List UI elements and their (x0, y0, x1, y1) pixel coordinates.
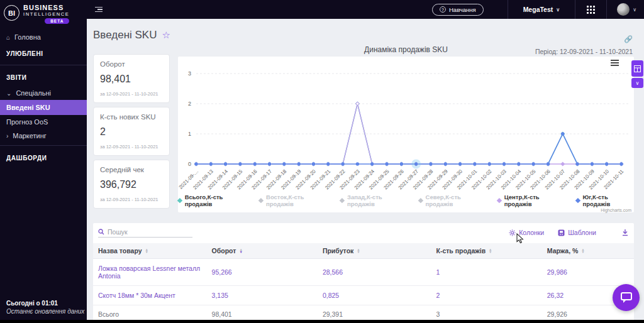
sidebar-item-label: Прогноз OoS (6, 118, 48, 126)
sidebar-item-special[interactable]: ⌄ Спеціальні (0, 86, 87, 100)
training-label: Навчання (449, 6, 476, 13)
legend-marker-icon (575, 198, 580, 203)
sort-icon: ▲▼ (145, 248, 148, 253)
legend-label: Юг,К-сть продажів (583, 194, 634, 207)
cell-product-name[interactable]: Ложка поварская Lessner металл Antonia (93, 259, 207, 286)
refresh-caption: Останнє оновлення даних (6, 308, 84, 315)
column-label: Маржа, % (547, 247, 579, 255)
column-header-sales-count[interactable]: К-сть продажів▲▼ (431, 243, 541, 259)
brand-logo: BI BUSINESS INTELLIGENCE BETA (0, 0, 87, 25)
legend-label: Восток,К-сть продажів (266, 194, 329, 207)
svg-text:1: 1 (188, 131, 191, 137)
legend-item[interactable]: Центр,К-сть продажів (497, 194, 565, 207)
share-link-icon[interactable]: 🔗 (624, 35, 633, 43)
table-row[interactable]: Ложка поварская Lessner металл Antonia 9… (93, 259, 634, 286)
chart-legend: Всього,К-сть продажівВосток,К-сть продаж… (178, 194, 634, 207)
chevron-down-icon: ∨ (636, 80, 640, 86)
sku-table: Назва товару▲▼ Оборот▲▼ Прибуток▲▼ К-сть… (93, 243, 634, 323)
column-label: К-сть продажів (436, 247, 486, 255)
legend-label: Север,К-сть продажів (426, 194, 487, 207)
legend-item[interactable]: Восток,К-сть продажів (259, 194, 329, 207)
cell-margin: 29,986 (542, 259, 634, 286)
legend-label: Запад,К-сть продажів (347, 194, 408, 207)
column-header-name[interactable]: Назва товару▲▼ (93, 243, 207, 259)
sidebar-item-marketing[interactable]: › Маркетинг (0, 129, 87, 143)
apps-grid-icon[interactable] (575, 6, 606, 14)
page-content: Введені SKU ☆ 🔗 Період: 12-09-2021 - 11-… (87, 19, 644, 323)
user-menu[interactable]: ∨ (607, 3, 644, 16)
training-button[interactable]: ? Навчання (432, 4, 484, 16)
legend-item[interactable]: Север,К-сть продажів (419, 194, 486, 207)
table-icon (634, 65, 641, 72)
sidebar-section-reports[interactable]: ЗВІТИ (0, 68, 87, 86)
legend-marker-icon (418, 198, 423, 203)
download-icon (621, 229, 629, 236)
avatar (617, 3, 630, 16)
cell-product-name[interactable]: Скотч 18мм * 30м Акцент (93, 286, 207, 305)
bottom-strip (0, 320, 644, 323)
chat-bubble-icon (619, 292, 633, 304)
chart-table-view-button[interactable] (631, 60, 643, 77)
gear-icon (509, 229, 516, 236)
sidebar-collapse-icon[interactable] (95, 7, 103, 13)
sidebar-section-favorites[interactable]: УЛЮБЛЕНІ (0, 44, 87, 62)
kpi-caption: за 12-09-2021 - 11-10-2021 (100, 197, 163, 202)
chart-context-menu-icon[interactable] (611, 60, 619, 66)
legend-item[interactable]: Всього,К-сть продажів (178, 194, 248, 207)
divider (0, 65, 87, 65)
bi-logo-icon: BI (4, 5, 19, 21)
app-window: BI BUSINESS INTELLIGENCE BETA ⌂ Головна … (0, 0, 644, 320)
chat-widget-button[interactable] (613, 284, 640, 311)
column-label: Назва товару (98, 247, 142, 255)
account-dropdown[interactable]: MegaTest ∨ (508, 6, 575, 13)
cell-sales-count: 2 (431, 286, 541, 305)
sort-icon: ▲▼ (489, 248, 492, 253)
account-name: MegaTest (523, 6, 553, 13)
cell-sales-count: 1 (431, 259, 541, 286)
column-header-turnover[interactable]: Оборот▲▼ (207, 243, 318, 259)
sidebar: BI BUSINESS INTELLIGENCE BETA ⌂ Головна … (0, 0, 87, 320)
legend-marker-icon (258, 198, 264, 203)
search-input[interactable] (108, 228, 183, 236)
templates-label: Шаблони (568, 229, 596, 236)
kpi-title: К-сть нових SKU (100, 113, 163, 121)
brand-line2: INTELLIGENCE (23, 11, 69, 17)
kpi-value: 98,401 (100, 74, 163, 85)
download-button[interactable] (621, 229, 629, 236)
columns-button[interactable]: Колонки (509, 229, 544, 236)
sort-icon-active: ▲▼ (239, 248, 242, 253)
chevron-down-icon: ⌄ (6, 90, 11, 97)
sidebar-item-label: Введені SKU (6, 104, 50, 111)
chevron-down-icon: ∨ (556, 7, 560, 13)
kpi-title: Оборот (100, 60, 163, 68)
legend-label: Всього,К-сть продажів (185, 194, 248, 207)
highcharts-credit[interactable]: Highcharts.com (601, 208, 631, 212)
kpi-value: 2 (100, 126, 163, 138)
divider (0, 145, 87, 146)
column-header-profit[interactable]: Прибуток▲▼ (318, 243, 431, 259)
chart-collapse-button[interactable]: ∨ (631, 78, 643, 88)
legend-marker-icon (340, 198, 345, 203)
sidebar-item-home[interactable]: ⌂ Головна (0, 30, 87, 44)
legend-item[interactable]: Запад,К-сть продажів (340, 194, 408, 207)
legend-item[interactable]: Юг,К-сть продажів (576, 194, 634, 207)
sku-dynamics-chart[interactable]: 01232021-09-…2021-09-132021-09-142021-09… (178, 57, 631, 197)
column-header-margin[interactable]: Маржа, %▲▼ (542, 243, 634, 259)
columns-label: Колонки (519, 229, 544, 236)
kpi-card-avg-check: Середній чек 396,792 за 12-09-2021 - 11-… (93, 160, 170, 209)
page-title: Введені SKU (93, 29, 157, 41)
table-row[interactable]: Скотч 18мм * 30м Акцент 3,135 0,825 2 26… (93, 286, 634, 305)
chevron-down-icon: ∨ (633, 7, 636, 13)
sidebar-item-entered-sku[interactable]: Введені SKU (0, 100, 87, 115)
sidebar-item-oos-forecast[interactable]: Прогноз OoS (0, 115, 87, 129)
templates-button[interactable]: Шаблони (558, 229, 596, 236)
sidebar-item-label: Спеціальні (16, 89, 51, 97)
kpi-title: Середній чек (100, 166, 163, 173)
chevron-right-icon: › (6, 133, 8, 140)
favorite-star-icon[interactable]: ☆ (162, 30, 170, 41)
question-icon: ? (440, 6, 446, 13)
legend-marker-icon (497, 198, 502, 203)
sidebar-item-label: Маркетинг (13, 132, 46, 140)
sidebar-section-dashboards[interactable]: ДАШБОРДИ (0, 148, 87, 167)
chart-title: Динаміка продажів SKU (178, 45, 634, 54)
